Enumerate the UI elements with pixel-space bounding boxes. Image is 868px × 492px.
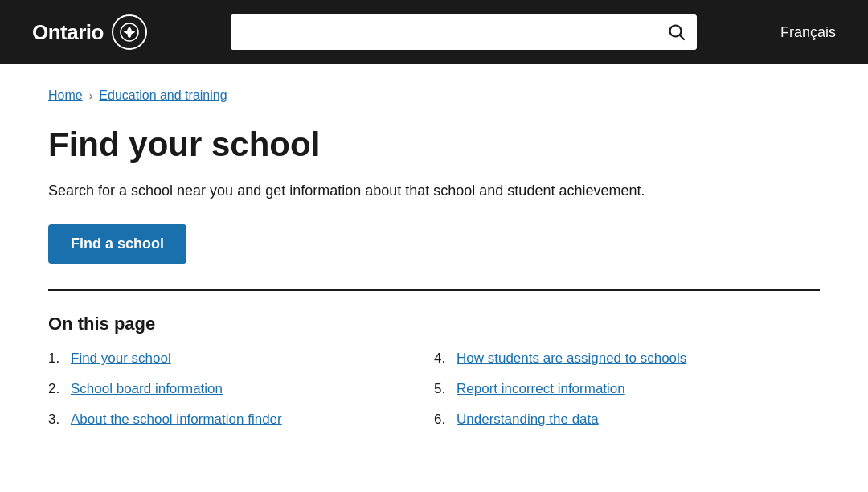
toc-link-5[interactable]: Report incorrect information xyxy=(457,379,625,399)
search-icon xyxy=(668,23,686,41)
toc-number-3: 3. xyxy=(48,410,64,429)
toc-item-2: 2. School board information xyxy=(48,379,434,399)
toc-number-1: 1. xyxy=(48,349,64,368)
toc-number-2: 2. xyxy=(48,379,64,399)
main-content: Home › Education and training Find your … xyxy=(0,64,868,465)
site-header: Ontario Français xyxy=(0,0,868,64)
breadcrumb-separator: › xyxy=(89,89,93,102)
toc-item-6: 6. Understanding the data xyxy=(434,410,820,429)
ontario-logo-icon xyxy=(112,14,147,50)
search-bar xyxy=(231,14,697,50)
toc-link-1[interactable]: Find your school xyxy=(71,349,171,368)
page-description: Search for a school near you and get inf… xyxy=(48,180,820,202)
page-title: Find your school xyxy=(48,125,820,164)
toc-column-right: 4. How students are assigned to schools … xyxy=(434,349,820,440)
toc-link-4[interactable]: How students are assigned to schools xyxy=(457,349,686,368)
section-divider xyxy=(48,289,820,291)
on-this-page-section: On this page 1. Find your school 2. Scho… xyxy=(48,314,820,440)
on-this-page-heading: On this page xyxy=(48,314,820,334)
toc-item-5: 5. Report incorrect information xyxy=(434,379,820,399)
breadcrumb: Home › Education and training xyxy=(48,88,820,103)
toc-item-4: 4. How students are assigned to schools xyxy=(434,349,820,368)
toc-item-1: 1. Find your school xyxy=(48,349,434,368)
toc-column-left: 1. Find your school 2. School board info… xyxy=(48,349,434,440)
toc-number-6: 6. xyxy=(434,410,450,429)
breadcrumb-section[interactable]: Education and training xyxy=(99,88,227,103)
logo-text: Ontario xyxy=(32,20,104,45)
search-container xyxy=(231,14,697,50)
find-school-button[interactable]: Find a school xyxy=(48,224,186,264)
toc-number-5: 5. xyxy=(434,379,450,399)
svg-line-2 xyxy=(680,35,684,39)
toc-grid: 1. Find your school 2. School board info… xyxy=(48,349,820,440)
breadcrumb-home[interactable]: Home xyxy=(48,88,83,103)
toc-link-2[interactable]: School board information xyxy=(71,379,223,399)
search-button[interactable] xyxy=(657,14,697,50)
toc-number-4: 4. xyxy=(434,349,450,368)
toc-item-3: 3. About the school information finder xyxy=(48,410,434,429)
francais-link[interactable]: Français xyxy=(780,24,836,41)
toc-link-3[interactable]: About the school information finder xyxy=(71,410,282,429)
toc-link-6[interactable]: Understanding the data xyxy=(457,410,599,429)
search-input[interactable] xyxy=(231,14,657,50)
logo-area[interactable]: Ontario xyxy=(32,14,147,50)
